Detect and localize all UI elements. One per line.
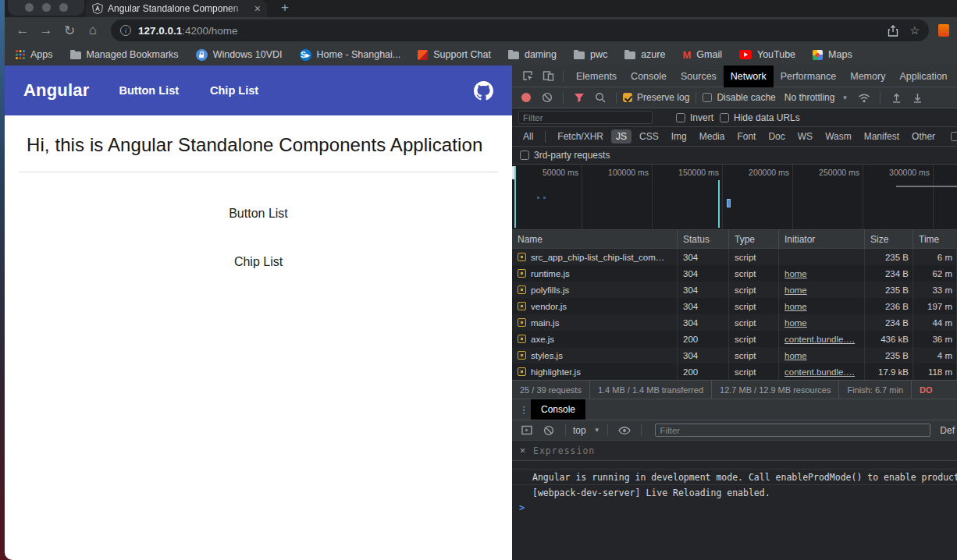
devtools-tab-elements[interactable]: Elements	[569, 66, 624, 87]
home-icon[interactable]: ⌂	[83, 23, 103, 38]
bookmark-pwc[interactable]: pwc	[574, 49, 607, 60]
column-header-size[interactable]: Size	[865, 230, 913, 248]
record-icon[interactable]	[521, 93, 531, 102]
table-row[interactable]: polyfills.js304scripthome235 B33 m	[512, 282, 957, 298]
forward-icon[interactable]: →	[36, 23, 56, 38]
console-prompt[interactable]: >	[512, 500, 957, 516]
devtools-tab-console[interactable]: Console	[624, 66, 674, 87]
device-toolbar-icon[interactable]	[539, 70, 557, 82]
more-options-icon[interactable]: ⋮	[517, 404, 531, 416]
bookmark-star-icon[interactable]: ☆	[909, 24, 920, 37]
import-har-icon[interactable]	[887, 93, 905, 103]
column-header-type[interactable]: Type	[729, 230, 779, 248]
network-conditions-icon[interactable]	[855, 93, 873, 103]
initiator-link[interactable]: content.bundle.…	[784, 367, 855, 377]
initiator-link[interactable]: home	[784, 351, 807, 360]
initiator-link[interactable]: home	[784, 285, 807, 295]
table-row[interactable]: vendor.js304scripthome236 B197 m	[512, 298, 957, 314]
inspect-element-icon[interactable]	[518, 70, 537, 82]
hide-data-urls-checkbox[interactable]: Hide data URLs	[720, 112, 800, 123]
type-filter-doc[interactable]: Doc	[763, 129, 789, 144]
type-filter-img[interactable]: Img	[667, 129, 692, 144]
devtools-tab-memory[interactable]: Memory	[843, 66, 892, 87]
table-row[interactable]: src_app_chip-list_chip-list_com…304scrip…	[512, 249, 957, 265]
bookmark-youtube[interactable]: YouTube	[739, 49, 795, 60]
type-filter-manifest[interactable]: Manifest	[859, 129, 904, 144]
browser-tab[interactable]: Angular Standalone Componen ×	[86, 0, 267, 17]
devtools-tab-performance[interactable]: Performance	[774, 66, 844, 87]
bookmark-daming[interactable]: daming	[508, 49, 557, 60]
initiator-link[interactable]: home	[784, 302, 807, 311]
tab-close-icon[interactable]: ×	[254, 3, 261, 14]
type-filter-media[interactable]: Media	[695, 129, 730, 144]
share-icon[interactable]	[888, 25, 898, 37]
bookmark-gmail[interactable]: Gmail	[682, 49, 722, 61]
link-chip-list[interactable]: Chip List	[5, 255, 512, 269]
bookmark-maps[interactable]: Maps	[813, 49, 852, 60]
has-blocked-cookies-checkbox[interactable]: Has blocked c	[951, 131, 957, 142]
column-header-time[interactable]: Time	[913, 230, 957, 248]
reload-icon[interactable]: ↻	[59, 23, 80, 39]
log-levels-select[interactable]: Def	[940, 425, 955, 436]
table-row[interactable]: main.js304scripthome234 B44 m	[512, 314, 957, 331]
type-filter-other[interactable]: Other	[907, 129, 940, 144]
remove-expression-icon[interactable]: ×	[520, 445, 525, 456]
throttling-select[interactable]: No throttling	[784, 92, 835, 103]
extension-icon[interactable]	[938, 24, 949, 37]
minimize-window-button[interactable]	[42, 3, 51, 12]
column-header-initiator[interactable]: Initiator	[779, 230, 865, 248]
maximize-window-button[interactable]	[59, 3, 68, 12]
clear-console-icon[interactable]	[539, 425, 558, 436]
type-filter-wasm[interactable]: Wasm	[820, 129, 856, 144]
export-har-icon[interactable]	[908, 93, 927, 103]
new-tab-button[interactable]: +	[281, 0, 289, 17]
devtools-tab-sources[interactable]: Sources	[674, 66, 724, 87]
back-icon[interactable]: ←	[12, 23, 33, 38]
type-filter-all[interactable]: All	[518, 129, 538, 144]
type-filter-fetch-xhr[interactable]: Fetch/XHR	[553, 129, 608, 144]
initiator-link[interactable]: home	[784, 318, 807, 328]
table-row[interactable]: axe.js200scriptcontent.bundle.…436 kB36 …	[512, 331, 957, 347]
devtools-tab-network[interactable]: Network	[724, 66, 774, 87]
address-bar[interactable]: i 127.0.0.1:4200/home ☆	[111, 19, 929, 41]
disable-cache-checkbox[interactable]: Disable cache	[703, 92, 775, 103]
bookmark-support-chat[interactable]: Support Chat	[418, 49, 491, 60]
third-party-checkbox[interactable]: 3rd-party requests	[520, 150, 610, 161]
devtools-tab-application[interactable]: Application	[892, 66, 954, 87]
type-filter-js[interactable]: JS	[611, 129, 631, 144]
preserve-log-checkbox[interactable]: Preserve log	[623, 92, 689, 103]
column-header-status[interactable]: Status	[678, 230, 729, 248]
bookmark-azure[interactable]: azure	[624, 49, 665, 60]
search-icon[interactable]	[591, 92, 610, 103]
table-row[interactable]: styles.js304scripthome235 B4 m	[512, 347, 957, 363]
invert-checkbox[interactable]: Invert	[676, 112, 713, 123]
type-filter-css[interactable]: CSS	[635, 129, 663, 144]
context-select[interactable]: top	[573, 425, 586, 436]
console-sidebar-icon[interactable]	[518, 425, 536, 435]
bookmark-managed-bookmarks[interactable]: Managed Bookmarks	[70, 49, 179, 60]
network-filter-input[interactable]	[518, 111, 653, 124]
bookmark-apps[interactable]: Apps	[16, 49, 53, 60]
network-overview[interactable]: 50000 ms100000 ms150000 ms200000 ms25000…	[512, 165, 957, 230]
table-row[interactable]: highlighter.js200scriptcontent.bundle.…1…	[512, 363, 957, 380]
github-icon[interactable]	[474, 81, 493, 101]
console-filter-input[interactable]	[655, 424, 931, 437]
close-window-button[interactable]	[25, 3, 34, 12]
table-row[interactable]: runtime.js304scripthome234 B62 m	[512, 265, 957, 282]
live-expression-row[interactable]: × Expression	[512, 441, 957, 461]
type-filter-ws[interactable]: WS	[793, 129, 817, 144]
link-button-list[interactable]: Button List	[5, 207, 512, 221]
initiator-link[interactable]: content.bundle.…	[784, 335, 855, 344]
type-filter-font[interactable]: Font	[732, 129, 760, 144]
bookmark-home-shanghai-[interactable]: Home - Shanghai...	[300, 49, 401, 61]
site-info-icon[interactable]: i	[120, 25, 131, 36]
initiator-link[interactable]: home	[784, 269, 807, 278]
column-header-name[interactable]: Name	[512, 230, 678, 248]
filter-icon[interactable]	[570, 93, 589, 103]
bookmark-windows-10vdi[interactable]: Windows 10VDI	[196, 49, 283, 61]
live-expression-eye-icon[interactable]	[615, 426, 634, 435]
nav-chip-list[interactable]: Chip List	[210, 84, 258, 97]
console-drawer-tab[interactable]: Console	[531, 399, 585, 420]
nav-button-list[interactable]: Button List	[119, 84, 180, 97]
clear-icon[interactable]	[538, 92, 557, 103]
